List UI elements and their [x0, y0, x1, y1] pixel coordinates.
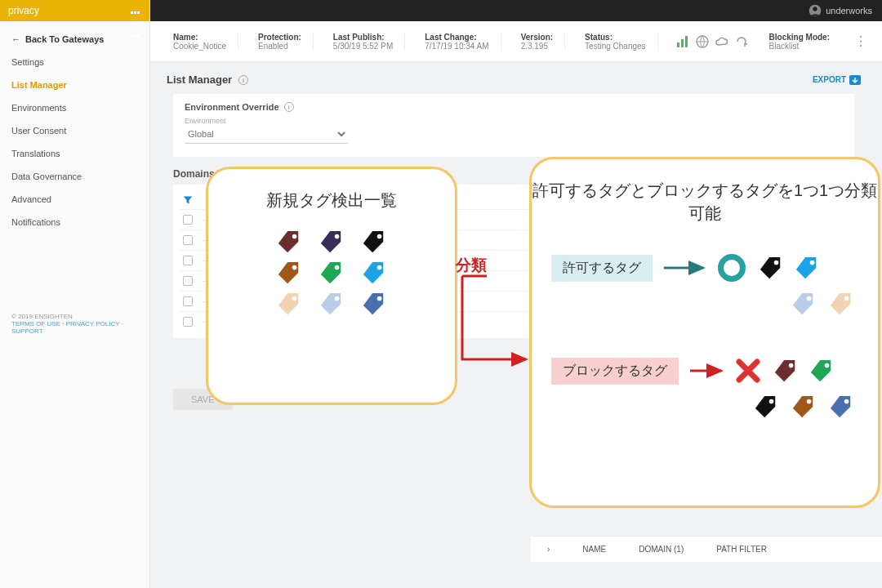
annotation-title: 許可するタグとブロックするタグを1つ1つ分類可能: [532, 179, 878, 225]
account-name: underworks: [826, 6, 872, 16]
refresh-icon[interactable]: [735, 35, 748, 48]
content-heading: List Manager i EXPORT: [162, 70, 866, 89]
sidebar-item-notifications[interactable]: Notifications: [0, 211, 149, 234]
sidebar-item-label: Environments: [11, 103, 66, 113]
svg-point-8: [335, 234, 340, 239]
svg-rect-2: [677, 42, 679, 47]
svg-rect-3: [681, 39, 684, 47]
sidebar-item-advanced[interactable]: Advanced: [0, 188, 149, 211]
annotation-title: 新規タグ検出一覧: [208, 189, 455, 212]
account-menu[interactable]: underworks: [808, 4, 872, 17]
svg-point-1: [813, 7, 817, 11]
tag-icon: [362, 292, 386, 316]
checkbox[interactable]: [183, 215, 193, 225]
sidebar-item-label: List Manager: [11, 80, 67, 90]
checkbox[interactable]: [183, 235, 193, 245]
checkbox[interactable]: [183, 276, 193, 286]
sidebar-head: privacy: [0, 0, 149, 21]
svg-point-14: [335, 296, 340, 301]
sidebar-item-label: Notifications: [11, 217, 60, 227]
arrow-icon: [688, 363, 726, 379]
sidebar-item-label: Data Governance: [11, 172, 82, 181]
strip-icons[interactable]: [676, 35, 748, 48]
sidebar-item-label: User Consent: [11, 126, 66, 136]
expand-icon[interactable]: ›: [547, 545, 550, 554]
sidebar-item-label: Translations: [11, 149, 60, 158]
environment-select[interactable]: Global: [185, 125, 348, 144]
annotation-classify-label: 分類: [456, 255, 487, 276]
sidebar-title: privacy: [8, 5, 39, 16]
apps-grid-icon[interactable]: [130, 5, 141, 16]
sidebar-item-label: Advanced: [11, 194, 51, 204]
svg-point-26: [844, 399, 849, 404]
tag-icon: [759, 256, 783, 280]
allow-ring-icon: [718, 254, 746, 282]
svg-point-10: [292, 265, 297, 270]
sidebar-item-translations[interactable]: Translations: [0, 142, 149, 165]
tag-icon: [319, 229, 344, 254]
kebab-menu-icon[interactable]: ⋮: [851, 33, 871, 49]
svg-point-7: [292, 234, 297, 239]
back-arrow-icon: ←: [11, 34, 20, 44]
sidebar: privacy ←Back To GatewaysSettingsList Ma…: [0, 0, 150, 588]
sidebar-item-environments[interactable]: Environments: [0, 96, 149, 119]
tag-icon: [277, 292, 301, 316]
info-icon[interactable]: i: [284, 102, 294, 112]
allow-badge: 許可するタグ: [551, 255, 653, 282]
annotation-bubble-left: 新規タグ検出一覧: [206, 167, 457, 405]
sidebar-item-list-manager[interactable]: List Manager: [0, 74, 149, 96]
svg-point-11: [335, 265, 340, 270]
svg-rect-4: [685, 36, 688, 47]
tag-icon: [319, 261, 344, 285]
info-icon[interactable]: i: [238, 75, 248, 85]
svg-point-23: [825, 363, 830, 368]
svg-point-15: [377, 296, 382, 301]
checkbox[interactable]: [183, 296, 193, 306]
info-strip: Name:Cookie_Notice Protection:Enabled La…: [150, 21, 882, 62]
tag-icon: [319, 292, 344, 316]
svg-point-24: [769, 399, 774, 404]
tag-icon: [277, 229, 301, 254]
export-button[interactable]: EXPORT: [813, 75, 861, 85]
filter-icon[interactable]: [183, 195, 193, 205]
checkbox[interactable]: [183, 256, 193, 265]
arrow-icon: [662, 260, 708, 276]
user-icon: [808, 4, 822, 17]
categorized-list-header: › NAME DOMAIN (1) PATH FILTER: [531, 536, 882, 562]
tag-icon: [809, 359, 834, 383]
cloud-icon[interactable]: [715, 35, 728, 48]
checkbox[interactable]: [183, 317, 193, 327]
sidebar-item-label: Settings: [11, 57, 44, 67]
globe-icon[interactable]: [696, 35, 709, 48]
tag-icon: [791, 394, 816, 419]
tag-icon: [795, 256, 819, 280]
tag-icon: [362, 261, 386, 285]
footer-links[interactable]: TERMS OF USE · PRIVACY POLICY · SUPPORT: [11, 320, 123, 335]
svg-point-12: [377, 265, 382, 270]
tag-icon: [829, 394, 853, 419]
sidebar-item-data-governance[interactable]: Data Governance: [0, 165, 149, 188]
sidebar-item-user-consent[interactable]: User Consent: [0, 119, 149, 142]
sidebar-item-back[interactable]: ←Back To Gateways: [0, 28, 149, 51]
tag-icon: [362, 229, 386, 254]
sidebar-footer: © 2019 ENSIGHTEN TERMS OF USE · PRIVACY …: [0, 305, 149, 343]
svg-point-22: [789, 363, 794, 368]
sidebar-item-label: Back To Gateways: [25, 34, 104, 44]
tag-icon: [277, 261, 301, 285]
environment-override-card: Environment Overridei Environment Global: [173, 94, 854, 157]
svg-point-17: [774, 261, 779, 265]
sidebar-item-settings[interactable]: Settings: [0, 51, 149, 74]
annotation-arrow: [454, 274, 536, 372]
chart-icon[interactable]: [676, 35, 689, 48]
svg-point-13: [292, 296, 297, 301]
block-badge: ブロックするタグ: [551, 358, 679, 385]
annotation-bubble-right: 許可するタグとブロックするタグを1つ1つ分類可能 許可するタグ ブロックするタグ: [529, 157, 880, 508]
svg-point-19: [807, 296, 812, 301]
export-icon: [849, 75, 861, 85]
block-cross-icon: [736, 359, 760, 383]
svg-point-18: [810, 261, 815, 265]
svg-point-20: [844, 296, 849, 301]
tag-icon: [773, 359, 798, 383]
tag-icon: [791, 292, 816, 316]
tag-icon: [754, 394, 778, 419]
